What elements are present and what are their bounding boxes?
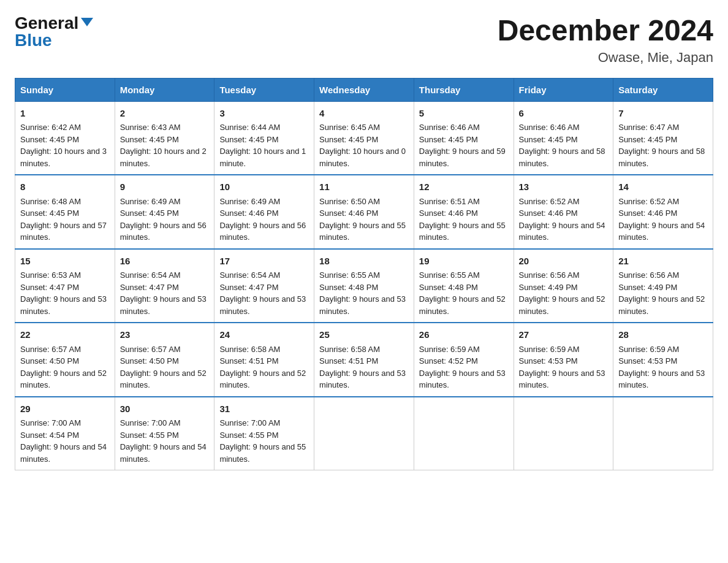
day-number: 16 <box>120 255 210 269</box>
day-number: 26 <box>419 328 509 342</box>
calendar-cell: 7Sunrise: 6:47 AMSunset: 4:45 PMDaylight… <box>613 101 713 175</box>
day-number: 22 <box>20 328 110 342</box>
calendar-table: SundayMondayTuesdayWednesdayThursdayFrid… <box>15 78 713 471</box>
day-number: 27 <box>519 328 609 342</box>
day-number: 3 <box>219 107 309 121</box>
day-number: 8 <box>20 180 110 194</box>
logo: General Blue <box>15 15 93 49</box>
calendar-cell: 10Sunrise: 6:49 AMSunset: 4:46 PMDayligh… <box>214 175 314 249</box>
day-number: 1 <box>20 107 110 121</box>
calendar-cell: 23Sunrise: 6:57 AMSunset: 4:50 PMDayligh… <box>115 323 214 397</box>
calendar-cell: 29Sunrise: 7:00 AMSunset: 4:54 PMDayligh… <box>15 397 115 470</box>
logo-triangle-icon <box>81 18 93 26</box>
logo-blue-text: Blue <box>15 32 52 49</box>
calendar-cell: 18Sunrise: 6:55 AMSunset: 4:48 PMDayligh… <box>314 249 414 323</box>
calendar-cell: 19Sunrise: 6:55 AMSunset: 4:48 PMDayligh… <box>414 249 514 323</box>
calendar-cell: 1Sunrise: 6:42 AMSunset: 4:45 PMDaylight… <box>15 101 115 175</box>
calendar-cell: 17Sunrise: 6:54 AMSunset: 4:47 PMDayligh… <box>214 249 314 323</box>
header-day-friday: Friday <box>514 78 613 101</box>
title-block: December 2024 Owase, Mie, Japan <box>498 15 713 66</box>
week-row-5: 29Sunrise: 7:00 AMSunset: 4:54 PMDayligh… <box>15 397 713 470</box>
calendar-cell <box>514 397 613 470</box>
location-text: Owase, Mie, Japan <box>498 50 713 66</box>
header-day-sunday: Sunday <box>15 78 115 101</box>
calendar-cell: 28Sunrise: 6:59 AMSunset: 4:53 PMDayligh… <box>613 323 713 397</box>
calendar-cell <box>314 397 414 470</box>
calendar-cell <box>414 397 514 470</box>
day-number: 19 <box>419 255 509 269</box>
day-number: 2 <box>120 107 210 121</box>
header-day-wednesday: Wednesday <box>314 78 414 101</box>
calendar-cell: 6Sunrise: 6:46 AMSunset: 4:45 PMDaylight… <box>514 101 613 175</box>
calendar-cell: 22Sunrise: 6:57 AMSunset: 4:50 PMDayligh… <box>15 323 115 397</box>
header-day-tuesday: Tuesday <box>214 78 314 101</box>
day-number: 11 <box>319 180 409 194</box>
day-number: 4 <box>319 107 409 121</box>
day-number: 6 <box>519 107 609 121</box>
day-number: 25 <box>319 328 409 342</box>
calendar-header-row: SundayMondayTuesdayWednesdayThursdayFrid… <box>15 78 713 101</box>
calendar-cell: 31Sunrise: 7:00 AMSunset: 4:55 PMDayligh… <box>214 397 314 470</box>
day-number: 7 <box>618 107 708 121</box>
week-row-4: 22Sunrise: 6:57 AMSunset: 4:50 PMDayligh… <box>15 323 713 397</box>
calendar-cell: 25Sunrise: 6:58 AMSunset: 4:51 PMDayligh… <box>314 323 414 397</box>
calendar-cell: 16Sunrise: 6:54 AMSunset: 4:47 PMDayligh… <box>115 249 214 323</box>
week-row-3: 15Sunrise: 6:53 AMSunset: 4:47 PMDayligh… <box>15 249 713 323</box>
calendar-cell: 24Sunrise: 6:58 AMSunset: 4:51 PMDayligh… <box>214 323 314 397</box>
calendar-cell: 2Sunrise: 6:43 AMSunset: 4:45 PMDaylight… <box>115 101 214 175</box>
calendar-cell: 12Sunrise: 6:51 AMSunset: 4:46 PMDayligh… <box>414 175 514 249</box>
day-number: 31 <box>219 402 309 416</box>
month-title: December 2024 <box>498 15 713 47</box>
day-number: 5 <box>419 107 509 121</box>
day-number: 9 <box>120 180 210 194</box>
day-number: 23 <box>120 328 210 342</box>
calendar-cell: 4Sunrise: 6:45 AMSunset: 4:45 PMDaylight… <box>314 101 414 175</box>
calendar-cell <box>613 397 713 470</box>
header-day-thursday: Thursday <box>414 78 514 101</box>
header-day-monday: Monday <box>115 78 214 101</box>
calendar-cell: 11Sunrise: 6:50 AMSunset: 4:46 PMDayligh… <box>314 175 414 249</box>
day-number: 10 <box>219 180 309 194</box>
page-header: General Blue December 2024 Owase, Mie, J… <box>15 15 713 66</box>
day-number: 28 <box>618 328 708 342</box>
day-number: 14 <box>618 180 708 194</box>
calendar-cell: 8Sunrise: 6:48 AMSunset: 4:45 PMDaylight… <box>15 175 115 249</box>
day-number: 17 <box>219 255 309 269</box>
calendar-cell: 27Sunrise: 6:59 AMSunset: 4:53 PMDayligh… <box>514 323 613 397</box>
calendar-cell: 5Sunrise: 6:46 AMSunset: 4:45 PMDaylight… <box>414 101 514 175</box>
day-number: 24 <box>219 328 309 342</box>
calendar-cell: 9Sunrise: 6:49 AMSunset: 4:45 PMDaylight… <box>115 175 214 249</box>
day-number: 13 <box>519 180 609 194</box>
calendar-cell: 30Sunrise: 7:00 AMSunset: 4:55 PMDayligh… <box>115 397 214 470</box>
calendar-cell: 20Sunrise: 6:56 AMSunset: 4:49 PMDayligh… <box>514 249 613 323</box>
day-number: 18 <box>319 255 409 269</box>
day-number: 15 <box>20 255 110 269</box>
week-row-1: 1Sunrise: 6:42 AMSunset: 4:45 PMDaylight… <box>15 101 713 175</box>
day-number: 29 <box>20 402 110 416</box>
day-number: 30 <box>120 402 210 416</box>
day-number: 12 <box>419 180 509 194</box>
day-number: 20 <box>519 255 609 269</box>
calendar-cell: 15Sunrise: 6:53 AMSunset: 4:47 PMDayligh… <box>15 249 115 323</box>
calendar-cell: 21Sunrise: 6:56 AMSunset: 4:49 PMDayligh… <box>613 249 713 323</box>
calendar-cell: 14Sunrise: 6:52 AMSunset: 4:46 PMDayligh… <box>613 175 713 249</box>
calendar-cell: 26Sunrise: 6:59 AMSunset: 4:52 PMDayligh… <box>414 323 514 397</box>
logo-general-text: General <box>15 15 78 32</box>
calendar-cell: 13Sunrise: 6:52 AMSunset: 4:46 PMDayligh… <box>514 175 613 249</box>
day-number: 21 <box>618 255 708 269</box>
calendar-cell: 3Sunrise: 6:44 AMSunset: 4:45 PMDaylight… <box>214 101 314 175</box>
week-row-2: 8Sunrise: 6:48 AMSunset: 4:45 PMDaylight… <box>15 175 713 249</box>
header-day-saturday: Saturday <box>613 78 713 101</box>
